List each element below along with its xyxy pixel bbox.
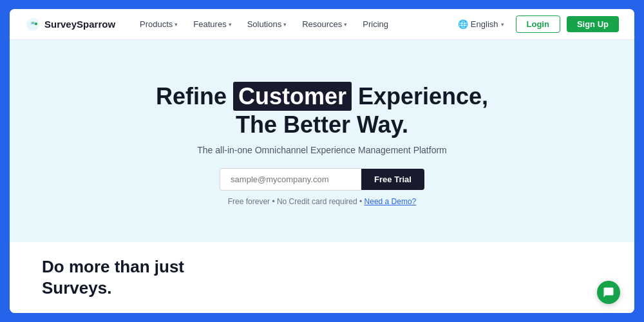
nav-item-pricing[interactable]: Pricing	[356, 17, 395, 32]
hero-section: Refine Customer Experience, The Better W…	[10, 40, 634, 242]
chevron-down-icon: ▾	[283, 21, 287, 28]
chevron-down-icon: ▾	[501, 21, 504, 28]
free-trial-button[interactable]: Free Trial	[361, 169, 424, 190]
nav-item-resources[interactable]: Resources ▾	[296, 17, 354, 32]
chevron-down-icon: ▾	[229, 21, 232, 28]
bottom-title: Do more than just Surveys.	[42, 256, 184, 298]
logo[interactable]: SurveySparrow	[25, 17, 115, 32]
svg-point-1	[35, 23, 37, 25]
globe-icon: 🌐	[458, 19, 468, 29]
nav-item-products[interactable]: Products ▾	[133, 17, 184, 32]
brand-name: SurveySparrow	[44, 19, 115, 30]
nav-links: Products ▾ Features ▾ Solutions ▾ Resour…	[133, 17, 453, 32]
email-input[interactable]	[220, 168, 361, 191]
cta-note: Free forever • No Credit card required •…	[228, 197, 417, 206]
nav-item-solutions[interactable]: Solutions ▾	[241, 17, 293, 32]
chevron-down-icon: ▾	[175, 21, 178, 28]
navbar: SurveySparrow Products ▾ Features ▾ Solu…	[10, 9, 634, 40]
hero-highlight: Customer	[233, 82, 352, 111]
svg-point-0	[26, 18, 39, 31]
need-demo-link[interactable]: Need a Demo?	[365, 197, 417, 206]
nav-right: 🌐 English ▾ Login Sign Up	[453, 15, 619, 33]
nav-item-features[interactable]: Features ▾	[187, 17, 238, 32]
bottom-section: Do more than just Surveys.	[10, 242, 634, 313]
chevron-down-icon: ▾	[344, 21, 347, 28]
language-selector[interactable]: 🌐 English ▾	[453, 17, 509, 32]
signup-button[interactable]: Sign Up	[567, 16, 619, 32]
chat-icon	[603, 287, 614, 298]
logo-icon	[25, 17, 41, 32]
login-button[interactable]: Login	[516, 15, 560, 33]
hero-title: Refine Customer Experience, The Better W…	[156, 82, 488, 138]
chat-bubble[interactable]	[597, 281, 620, 304]
hero-subtitle: The all-in-one Omnichannel Experience Ma…	[197, 145, 447, 155]
cta-form: Free Trial	[220, 168, 424, 191]
